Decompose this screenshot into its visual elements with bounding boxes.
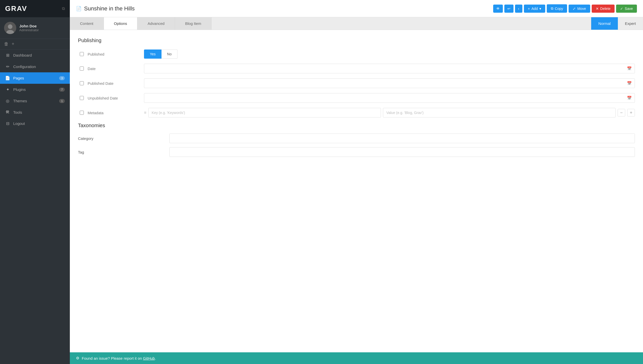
- unpublished-date-checkbox-wrapper: [78, 96, 86, 100]
- published-date-input-wrapper: 📅: [144, 78, 635, 88]
- calendar-icon: 📅: [627, 66, 632, 71]
- date-label: Date: [86, 67, 144, 71]
- topbar-actions: 👁 ↩ ‹ + Add ▾ ⧉ Copy ⤢ Move ✕ Delete ✓: [493, 4, 637, 13]
- save-label: Save: [625, 7, 633, 11]
- date-checkbox-wrapper: [78, 67, 86, 71]
- unpublished-date-input-wrapper: 📅: [144, 93, 635, 103]
- copy-button[interactable]: ⧉ Copy: [547, 4, 567, 13]
- mode-normal-button[interactable]: Normal: [591, 17, 618, 30]
- published-checkbox-wrapper: [78, 52, 86, 56]
- add-button[interactable]: + Add ▾: [524, 5, 545, 13]
- sidebar-item-plugins[interactable]: ✦ Plugins 7: [0, 84, 70, 95]
- dashboard-icon: ⊞: [5, 53, 10, 58]
- move-label: Move: [577, 7, 586, 11]
- delete-button[interactable]: ✕ Delete: [592, 5, 615, 13]
- published-checkbox[interactable]: [80, 52, 84, 56]
- footer-text: Found an issue? Please report it on GitH…: [82, 356, 156, 360]
- tab-advanced[interactable]: Advanced: [137, 17, 175, 30]
- copy-label: Copy: [555, 7, 563, 11]
- metadata-checkbox[interactable]: [80, 111, 84, 115]
- avatar: [4, 22, 16, 34]
- unpublished-date-checkbox[interactable]: [80, 96, 84, 100]
- published-date-checkbox[interactable]: [80, 81, 84, 85]
- taxonomies-title: Taxonomies: [78, 123, 635, 128]
- date-control: 📅: [144, 64, 635, 73]
- add-icon[interactable]: +: [12, 41, 14, 47]
- published-toggle: Yes No: [144, 49, 635, 59]
- back-button[interactable]: ↩: [504, 5, 513, 13]
- date-input[interactable]: [144, 64, 635, 73]
- page-icon: 📄: [76, 6, 82, 11]
- category-input[interactable]: [169, 134, 635, 143]
- main-area: 📄 Sunshine in the Hills 👁 ↩ ‹ + Add ▾ ⧉ …: [70, 0, 643, 364]
- published-date-input[interactable]: [144, 78, 635, 88]
- user-section: John Doe Administrator: [0, 17, 70, 39]
- add-icon: +: [528, 7, 530, 11]
- sidebar-item-label: Dashboard: [13, 53, 65, 57]
- github-icon: ⚙: [76, 356, 79, 360]
- sidebar-item-logout[interactable]: ⊟ Logout: [0, 118, 70, 129]
- published-yes-button[interactable]: Yes: [144, 49, 162, 59]
- configuration-icon: ✏: [5, 64, 10, 69]
- sidebar-item-themes[interactable]: ◎ Themes 1: [0, 95, 70, 107]
- user-role: Administrator: [19, 28, 39, 32]
- page-title-area: 📄 Sunshine in the Hills: [76, 5, 135, 12]
- page-title: Sunshine in the Hills: [84, 5, 135, 12]
- metadata-key-input[interactable]: [148, 108, 381, 118]
- unpublished-date-field-row: Unpublished Date 📅: [78, 93, 635, 103]
- tab-blog-item[interactable]: Blog Item: [175, 17, 212, 30]
- move-button[interactable]: ⤢ Move: [569, 5, 590, 13]
- tab-content[interactable]: Content: [70, 17, 104, 30]
- mode-toggle: Normal Expert: [591, 17, 643, 30]
- topbar: 📄 Sunshine in the Hills 👁 ↩ ‹ + Add ▾ ⧉ …: [70, 0, 643, 17]
- sidebar-item-pages[interactable]: 📄 Pages 3: [0, 72, 70, 84]
- metadata-add-button[interactable]: +: [627, 109, 635, 117]
- metadata-field-row: Metadata ≡ − +: [78, 108, 635, 118]
- date-checkbox[interactable]: [80, 67, 84, 71]
- published-control: Yes No: [144, 49, 635, 59]
- category-row: Category: [78, 134, 635, 143]
- sidebar-item-label: Plugins: [13, 87, 56, 92]
- published-date-control: 📅: [144, 78, 635, 88]
- drag-handle-icon[interactable]: ≡: [144, 110, 146, 115]
- github-link[interactable]: GitHub: [143, 356, 155, 360]
- sidebar-item-tools[interactable]: 🛠 Tools: [0, 107, 70, 118]
- sidebar-nav: ⊞ Dashboard ✏ Configuration 📄 Pages 3 ✦ …: [0, 49, 70, 364]
- trash-icon[interactable]: 🗑: [4, 41, 9, 47]
- mode-expert-button[interactable]: Expert: [618, 17, 643, 30]
- svg-point-1: [8, 24, 12, 29]
- save-icon: ✓: [620, 7, 623, 11]
- copy-icon: ⧉: [551, 6, 553, 11]
- external-link-icon[interactable]: ⧉: [62, 6, 65, 11]
- published-field-row: Published Yes No: [78, 49, 635, 59]
- unpublished-date-label: Unpublished Date: [86, 96, 144, 100]
- publishing-title: Publishing: [78, 38, 635, 43]
- delete-icon: ✕: [596, 7, 599, 11]
- add-dropdown-icon: ▾: [539, 7, 541, 11]
- save-button[interactable]: ✓ Save: [616, 5, 637, 13]
- metadata-label: Metadata: [86, 111, 144, 115]
- sidebar-item-label: Configuration: [13, 64, 65, 69]
- published-label: Published: [86, 52, 144, 56]
- user-info: John Doe Administrator: [19, 24, 39, 32]
- footer-bar: ⚙ Found an issue? Please report it on Gi…: [70, 352, 643, 364]
- sidebar-item-label: Tools: [13, 110, 65, 114]
- sidebar-item-configuration[interactable]: ✏ Configuration: [0, 61, 70, 72]
- user-name: John Doe: [19, 24, 39, 28]
- published-no-button[interactable]: No: [162, 49, 178, 59]
- prev-button[interactable]: ‹: [515, 5, 522, 13]
- tag-input[interactable]: [169, 147, 635, 157]
- delete-label: Delete: [600, 7, 610, 11]
- sidebar-item-label: Pages: [13, 76, 56, 80]
- preview-button[interactable]: 👁: [493, 5, 503, 13]
- sidebar-item-label: Themes: [13, 99, 56, 103]
- unpublished-date-input[interactable]: [144, 93, 635, 103]
- tab-options[interactable]: Options: [104, 17, 138, 30]
- sidebar-item-dashboard[interactable]: ⊞ Dashboard: [0, 49, 70, 61]
- metadata-value-input[interactable]: [383, 108, 616, 118]
- pages-icon: 📄: [5, 76, 10, 80]
- brand-name: GRAV: [5, 5, 27, 13]
- metadata-remove-button[interactable]: −: [618, 109, 625, 117]
- unpublished-date-control: 📅: [144, 93, 635, 103]
- date-input-wrapper: 📅: [144, 64, 635, 73]
